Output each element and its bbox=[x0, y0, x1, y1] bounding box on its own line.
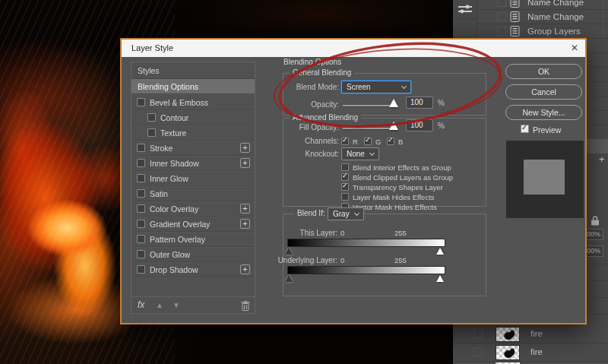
opacity-slider-track[interactable] bbox=[343, 105, 396, 106]
layers-panel: fire fire bbox=[453, 325, 608, 362]
underlying-layer-gradient-bar[interactable] bbox=[287, 266, 445, 274]
layer-mask-hides-checkbox[interactable] bbox=[341, 193, 349, 201]
style-checkbox[interactable] bbox=[137, 265, 145, 274]
layer-visibility-checkbox[interactable] bbox=[473, 329, 483, 338]
blend-mode-dropdown[interactable]: Screen bbox=[341, 81, 411, 93]
style-checkbox[interactable] bbox=[137, 235, 145, 243]
sidebar-item-blending-options[interactable]: Blending Options bbox=[131, 79, 255, 94]
plus-icon[interactable]: + bbox=[599, 154, 605, 165]
this-layer-shadow-slider[interactable] bbox=[285, 248, 293, 255]
underlying-layer-highlight-slider[interactable] bbox=[436, 275, 444, 282]
underlying-layer-shadow-slider[interactable] bbox=[285, 275, 293, 282]
blend-clipped-checkbox[interactable]: ✓ bbox=[341, 173, 349, 181]
knockout-dropdown[interactable]: None bbox=[341, 147, 379, 160]
style-checkbox[interactable] bbox=[137, 159, 145, 167]
channel-b-checkbox[interactable]: ✓ bbox=[387, 138, 394, 145]
channels-label: Channels: bbox=[283, 137, 339, 145]
sidebar-item-gradient-overlay[interactable]: Gradient Overlay + bbox=[131, 217, 255, 232]
channel-r-checkbox[interactable]: ✓ bbox=[341, 138, 349, 145]
blend-if-dropdown[interactable]: Gray bbox=[328, 207, 364, 220]
sidebar-item-stroke[interactable]: Stroke + bbox=[131, 141, 255, 156]
layers-fill-field-fragment[interactable]: 00% bbox=[585, 245, 603, 257]
fill-opacity-value-field[interactable]: 100 bbox=[406, 119, 433, 131]
history-source-checkbox[interactable] bbox=[497, 0, 506, 7]
layer-row[interactable]: fire bbox=[453, 343, 608, 362]
style-checkbox[interactable] bbox=[137, 174, 145, 182]
close-icon[interactable]: ✕ bbox=[571, 43, 578, 53]
fill-opacity-slider-track[interactable] bbox=[343, 128, 396, 129]
blend-if-value: Gray bbox=[333, 210, 350, 218]
history-state-icon bbox=[510, 0, 520, 11]
delete-effect-icon[interactable] bbox=[241, 300, 250, 314]
history-state-icon bbox=[510, 11, 520, 25]
move-down-icon[interactable]: ▼ bbox=[173, 301, 180, 309]
underlying-layer-max: 255 bbox=[394, 256, 407, 264]
general-blending-group: General Blending Blend Mode: Screen Opac… bbox=[283, 73, 486, 116]
fx-icon[interactable]: fx bbox=[138, 299, 144, 310]
layers-opacity-field-fragment[interactable]: 00% bbox=[585, 229, 603, 240]
cancel-button[interactable]: Cancel bbox=[505, 84, 582, 100]
style-checkbox[interactable] bbox=[137, 204, 145, 213]
this-layer-highlight-slider[interactable] bbox=[436, 248, 444, 255]
style-checkbox[interactable] bbox=[147, 128, 156, 137]
sidebar-item-color-overlay[interactable]: Color Overlay + bbox=[131, 201, 255, 217]
check-icon: ✓ bbox=[342, 172, 348, 179]
add-instance-button[interactable]: + bbox=[240, 158, 250, 168]
sidebar-item-contour[interactable]: Contour bbox=[131, 110, 255, 125]
history-item[interactable]: Name Change bbox=[477, 0, 608, 10]
styles-sidebar: Styles Blending Options Bevel & Emboss C… bbox=[131, 62, 255, 314]
sidebar-item-inner-glow[interactable]: Inner Glow bbox=[131, 171, 255, 186]
layer-thumbnail[interactable] bbox=[496, 345, 520, 360]
collapsed-panel-cell[interactable] bbox=[453, 19, 477, 38]
fill-fragment-text: 00% bbox=[587, 247, 600, 255]
history-item[interactable]: Name Change bbox=[477, 10, 608, 24]
layer-visibility-checkbox[interactable] bbox=[473, 347, 483, 356]
this-layer-gradient-bar[interactable] bbox=[287, 239, 445, 247]
history-item[interactable]: Group Layers bbox=[477, 24, 608, 39]
sidebar-item-drop-shadow[interactable]: Drop Shadow + bbox=[131, 262, 255, 277]
sidebar-item-pattern-overlay[interactable]: Pattern Overlay bbox=[131, 232, 255, 247]
layer-name: fire bbox=[530, 347, 543, 356]
add-instance-button[interactable]: + bbox=[240, 204, 250, 214]
transparency-shapes-checkbox[interactable]: ✓ bbox=[341, 183, 349, 191]
style-checkbox[interactable] bbox=[137, 189, 145, 198]
add-instance-button[interactable]: + bbox=[240, 143, 250, 153]
fill-opacity-slider-thumb[interactable] bbox=[389, 122, 398, 130]
preview-checkbox[interactable]: ✓ bbox=[521, 125, 529, 133]
sidebar-header-styles: Styles bbox=[131, 62, 255, 79]
sidebar-item-outer-glow[interactable]: Outer Glow bbox=[131, 247, 255, 262]
dialog-titlebar[interactable]: Layer Style ✕ bbox=[122, 40, 585, 57]
new-style-button[interactable]: New Style... bbox=[505, 105, 582, 120]
blend-mode-value: Screen bbox=[347, 83, 371, 91]
this-layer-min: 0 bbox=[340, 229, 344, 237]
layer-mask-hides-label: Layer Mask Hides Effects bbox=[353, 193, 435, 201]
layer-thumbnail[interactable] bbox=[496, 327, 520, 342]
preview-label: Preview bbox=[533, 125, 561, 135]
opacity-slider-thumb[interactable] bbox=[389, 99, 398, 107]
channel-g-checkbox[interactable]: ✓ bbox=[364, 138, 372, 145]
blend-interior-checkbox[interactable] bbox=[341, 163, 349, 171]
opacity-value-field[interactable]: 100 bbox=[406, 97, 433, 109]
style-checkbox[interactable] bbox=[137, 98, 145, 106]
layer-name: fire bbox=[530, 329, 543, 338]
sidebar-item-satin[interactable]: Satin bbox=[131, 186, 255, 201]
lock-icon[interactable] bbox=[591, 215, 600, 229]
this-layer-label: This Layer: bbox=[283, 229, 337, 237]
style-checkbox[interactable] bbox=[137, 144, 145, 152]
style-checkbox[interactable] bbox=[147, 113, 156, 122]
add-instance-button[interactable]: + bbox=[240, 219, 250, 229]
ok-button[interactable]: OK bbox=[505, 64, 582, 79]
history-source-checkbox[interactable] bbox=[497, 27, 506, 36]
move-up-icon[interactable]: ▲ bbox=[156, 301, 163, 309]
blend-interior-label: Blend Interior Effects as Group bbox=[353, 163, 451, 172]
panel-divider bbox=[603, 0, 603, 38]
sidebar-item-inner-shadow[interactable]: Inner Shadow + bbox=[131, 156, 255, 171]
sidebar-item-texture[interactable]: Texture bbox=[131, 125, 255, 141]
history-source-checkbox[interactable] bbox=[497, 12, 506, 21]
layer-row[interactable]: fire bbox=[453, 325, 608, 343]
sidebar-item-bevel-emboss[interactable]: Bevel & Emboss bbox=[131, 95, 255, 110]
adjustments-panel-icon[interactable] bbox=[453, 0, 477, 19]
style-checkbox[interactable] bbox=[137, 250, 145, 258]
add-instance-button[interactable]: + bbox=[240, 264, 250, 274]
style-checkbox[interactable] bbox=[137, 220, 145, 228]
